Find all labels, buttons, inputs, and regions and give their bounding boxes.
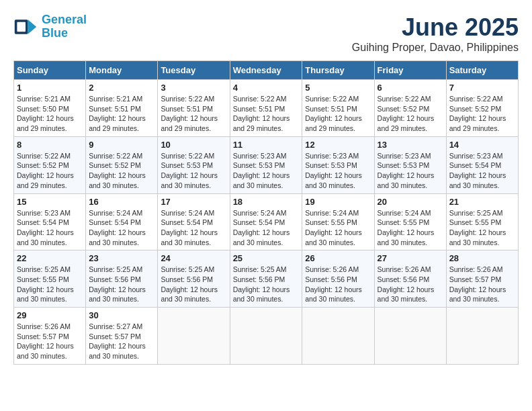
- day-number: 9: [89, 140, 154, 150]
- day-info: Sunrise: 5:25 AM Sunset: 5:56 PM Dayligh…: [89, 265, 154, 304]
- weekday-header-cell: Monday: [86, 61, 158, 80]
- day-info: Sunrise: 5:23 AM Sunset: 5:54 PM Dayligh…: [449, 151, 515, 191]
- day-info: Sunrise: 5:26 AM Sunset: 5:57 PM Dayligh…: [449, 265, 515, 304]
- calendar-day-cell: 21 Sunrise: 5:25 AM Sunset: 5:55 PM Dayl…: [446, 193, 518, 250]
- weekday-header-cell: Thursday: [302, 61, 374, 80]
- calendar-day-cell: 11 Sunrise: 5:23 AM Sunset: 5:53 PM Dayl…: [230, 136, 302, 193]
- day-info: Sunrise: 5:24 AM Sunset: 5:55 PM Dayligh…: [378, 208, 443, 248]
- calendar-day-cell: 25 Sunrise: 5:25 AM Sunset: 5:56 PM Dayl…: [230, 250, 302, 308]
- calendar-day-cell: [446, 308, 518, 365]
- day-number: 2: [89, 83, 154, 93]
- day-number: 8: [17, 140, 83, 150]
- day-number: 10: [161, 140, 226, 150]
- weekday-header-cell: Tuesday: [158, 61, 230, 80]
- day-number: 29: [17, 310, 83, 320]
- location-title: Guihing Proper, Davao, Philippines: [352, 42, 519, 54]
- day-info: Sunrise: 5:24 AM Sunset: 5:54 PM Dayligh…: [233, 208, 300, 248]
- day-number: 7: [449, 83, 515, 93]
- day-info: Sunrise: 5:23 AM Sunset: 5:53 PM Dayligh…: [305, 151, 371, 191]
- day-number: 25: [233, 253, 300, 263]
- calendar-day-cell: 26 Sunrise: 5:26 AM Sunset: 5:56 PM Dayl…: [302, 250, 374, 308]
- day-info: Sunrise: 5:22 AM Sunset: 5:52 PM Dayligh…: [378, 94, 443, 134]
- day-info: Sunrise: 5:22 AM Sunset: 5:51 PM Dayligh…: [305, 94, 371, 134]
- calendar-day-cell: 19 Sunrise: 5:24 AM Sunset: 5:55 PM Dayl…: [302, 193, 374, 250]
- calendar-week-row: 1 Sunrise: 5:21 AM Sunset: 5:50 PM Dayli…: [14, 80, 519, 137]
- day-info: Sunrise: 5:22 AM Sunset: 5:52 PM Dayligh…: [17, 151, 83, 191]
- day-info: Sunrise: 5:25 AM Sunset: 5:55 PM Dayligh…: [449, 208, 515, 248]
- calendar-week-row: 8 Sunrise: 5:22 AM Sunset: 5:52 PM Dayli…: [14, 136, 519, 193]
- day-info: Sunrise: 5:24 AM Sunset: 5:54 PM Dayligh…: [89, 208, 154, 248]
- day-info: Sunrise: 5:25 AM Sunset: 5:56 PM Dayligh…: [161, 265, 226, 304]
- calendar-day-cell: 22 Sunrise: 5:25 AM Sunset: 5:55 PM Dayl…: [14, 250, 86, 308]
- day-number: 15: [17, 197, 83, 207]
- day-number: 6: [378, 83, 443, 93]
- calendar-day-cell: 5 Sunrise: 5:22 AM Sunset: 5:51 PM Dayli…: [302, 80, 374, 137]
- day-info: Sunrise: 5:23 AM Sunset: 5:53 PM Dayligh…: [233, 151, 300, 191]
- day-info: Sunrise: 5:26 AM Sunset: 5:57 PM Dayligh…: [17, 322, 83, 361]
- logo: General Blue: [13, 13, 87, 40]
- calendar-day-cell: 6 Sunrise: 5:22 AM Sunset: 5:52 PM Dayli…: [374, 80, 446, 137]
- day-number: 27: [378, 253, 443, 263]
- day-number: 19: [305, 197, 371, 207]
- day-info: Sunrise: 5:23 AM Sunset: 5:54 PM Dayligh…: [17, 208, 83, 248]
- day-info: Sunrise: 5:22 AM Sunset: 5:52 PM Dayligh…: [89, 151, 154, 191]
- svg-marker-2: [28, 19, 37, 34]
- calendar-table: SundayMondayTuesdayWednesdayThursdayFrid…: [13, 60, 519, 365]
- calendar-day-cell: [302, 308, 374, 365]
- calendar-day-cell: 27 Sunrise: 5:26 AM Sunset: 5:56 PM Dayl…: [374, 250, 446, 308]
- day-info: Sunrise: 5:24 AM Sunset: 5:54 PM Dayligh…: [161, 208, 226, 248]
- calendar-day-cell: 3 Sunrise: 5:22 AM Sunset: 5:51 PM Dayli…: [158, 80, 230, 137]
- day-number: 14: [449, 140, 515, 150]
- weekday-header-cell: Wednesday: [230, 61, 302, 80]
- weekday-header-row: SundayMondayTuesdayWednesdayThursdayFrid…: [14, 61, 519, 80]
- day-number: 13: [378, 140, 443, 150]
- calendar-day-cell: [374, 308, 446, 365]
- calendar-day-cell: 10 Sunrise: 5:22 AM Sunset: 5:53 PM Dayl…: [158, 136, 230, 193]
- day-number: 1: [17, 83, 83, 93]
- day-number: 30: [89, 310, 154, 320]
- day-number: 20: [378, 197, 443, 207]
- day-info: Sunrise: 5:26 AM Sunset: 5:56 PM Dayligh…: [378, 265, 443, 304]
- calendar-day-cell: 15 Sunrise: 5:23 AM Sunset: 5:54 PM Dayl…: [14, 193, 86, 250]
- calendar-day-cell: 17 Sunrise: 5:24 AM Sunset: 5:54 PM Dayl…: [158, 193, 230, 250]
- calendar-day-cell: 9 Sunrise: 5:22 AM Sunset: 5:52 PM Dayli…: [86, 136, 158, 193]
- calendar-day-cell: 13 Sunrise: 5:23 AM Sunset: 5:53 PM Dayl…: [374, 136, 446, 193]
- day-number: 11: [233, 140, 300, 150]
- day-number: 4: [233, 83, 300, 93]
- day-number: 5: [305, 83, 371, 93]
- day-number: 17: [161, 197, 226, 207]
- calendar-week-row: 15 Sunrise: 5:23 AM Sunset: 5:54 PM Dayl…: [14, 193, 519, 250]
- calendar-day-cell: 20 Sunrise: 5:24 AM Sunset: 5:55 PM Dayl…: [374, 193, 446, 250]
- day-info: Sunrise: 5:25 AM Sunset: 5:56 PM Dayligh…: [233, 265, 300, 304]
- title-area: June 2025 Guihing Proper, Davao, Philipp…: [352, 13, 519, 54]
- calendar-day-cell: 12 Sunrise: 5:23 AM Sunset: 5:53 PM Dayl…: [302, 136, 374, 193]
- calendar-day-cell: [158, 308, 230, 365]
- day-info: Sunrise: 5:22 AM Sunset: 5:51 PM Dayligh…: [233, 94, 300, 134]
- calendar-day-cell: [230, 308, 302, 365]
- day-number: 3: [161, 83, 226, 93]
- calendar-week-row: 22 Sunrise: 5:25 AM Sunset: 5:55 PM Dayl…: [14, 250, 519, 308]
- calendar-day-cell: 29 Sunrise: 5:26 AM Sunset: 5:57 PM Dayl…: [14, 308, 86, 365]
- calendar-day-cell: 7 Sunrise: 5:22 AM Sunset: 5:52 PM Dayli…: [446, 80, 518, 137]
- day-info: Sunrise: 5:22 AM Sunset: 5:53 PM Dayligh…: [161, 151, 226, 191]
- day-number: 24: [161, 253, 226, 263]
- svg-rect-1: [17, 22, 26, 32]
- calendar-day-cell: 1 Sunrise: 5:21 AM Sunset: 5:50 PM Dayli…: [14, 80, 86, 137]
- calendar-day-cell: 28 Sunrise: 5:26 AM Sunset: 5:57 PM Dayl…: [446, 250, 518, 308]
- day-number: 28: [449, 253, 515, 263]
- day-number: 26: [305, 253, 371, 263]
- day-number: 23: [89, 253, 154, 263]
- header: General Blue June 2025 Guihing Proper, D…: [13, 13, 519, 54]
- day-info: Sunrise: 5:24 AM Sunset: 5:55 PM Dayligh…: [305, 208, 371, 248]
- day-info: Sunrise: 5:26 AM Sunset: 5:56 PM Dayligh…: [305, 265, 371, 304]
- day-number: 16: [89, 197, 154, 207]
- calendar-day-cell: 24 Sunrise: 5:25 AM Sunset: 5:56 PM Dayl…: [158, 250, 230, 308]
- weekday-header-cell: Friday: [374, 61, 446, 80]
- day-number: 12: [305, 140, 371, 150]
- day-info: Sunrise: 5:21 AM Sunset: 5:51 PM Dayligh…: [89, 94, 154, 134]
- day-info: Sunrise: 5:22 AM Sunset: 5:52 PM Dayligh…: [449, 94, 515, 134]
- day-info: Sunrise: 5:27 AM Sunset: 5:57 PM Dayligh…: [89, 322, 154, 361]
- day-number: 21: [449, 197, 515, 207]
- calendar-day-cell: 14 Sunrise: 5:23 AM Sunset: 5:54 PM Dayl…: [446, 136, 518, 193]
- logo-text: General Blue: [42, 13, 87, 40]
